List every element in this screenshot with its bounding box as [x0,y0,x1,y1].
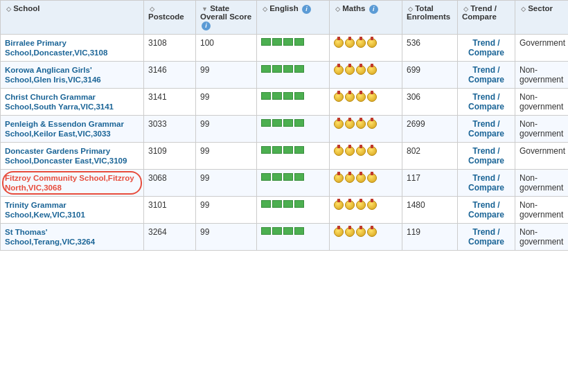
english-cell [257,224,330,251]
school-name[interactable]: St Thomas' School,Terang,VIC,3264 [5,228,95,246]
info-icon-english[interactable]: i [302,5,311,14]
medal [345,200,355,210]
maths-cell [330,197,402,224]
medal [367,92,377,102]
maths-medals [334,173,398,183]
school-name[interactable]: Korowa Anglican Girls' School,Glen Iris,… [5,66,101,84]
flag-green [283,146,293,154]
col-label-school: School [13,4,39,12]
flag-green [294,146,304,154]
school-cell: Korowa Anglican Girls' School,Glen Iris,… [1,62,144,89]
trend-cell[interactable]: Trend / Compare [458,89,515,116]
col-header-english[interactable]: ◇ English i [257,1,330,35]
sort-icon-trend: ◇ [463,6,468,12]
medal [367,173,377,183]
sort-icon-enrolments: ◇ [408,6,413,12]
postcode-cell: 3033 [144,116,196,143]
col-header-score[interactable]: ▼ State Overall Score i [196,1,257,35]
school-name[interactable]: Birralee Primary School,Doncaster,VIC,31… [5,39,107,57]
flag-green [283,92,293,100]
medal [334,227,344,237]
flag-green [272,173,282,181]
maths-medals [334,227,398,237]
medal [334,65,344,75]
school-name[interactable]: Trinity Grammar School,Kew,VIC,3101 [5,201,85,219]
medal [356,173,366,183]
table-row: Penleigh & Essendon Grammar School,Keilo… [1,116,569,143]
english-cell [257,143,330,170]
trend-cell[interactable]: Trend / Compare [458,170,515,197]
medal [334,92,344,102]
medal [345,146,355,156]
enrolments-cell: 119 [402,224,458,251]
col-header-enrolments[interactable]: ◇ Total Enrolments [402,1,458,35]
postcode-cell: 3108 [144,35,196,62]
medal [345,38,355,48]
score-cell: 99 [196,224,257,251]
medal [367,38,377,48]
table-header: ◇ School ◇ Postcode ▼ State Overall Scor… [1,1,569,35]
flag-green [283,119,293,127]
trend-cell[interactable]: Trend / Compare [458,143,515,170]
sector-cell: Government [515,143,569,170]
info-icon-score[interactable]: i [202,21,211,30]
english-cell [257,89,330,116]
sort-icon-maths: ◇ [335,6,340,12]
english-flags [261,92,325,100]
english-flags [261,146,325,154]
table-body: Birralee Primary School,Doncaster,VIC,31… [1,35,569,251]
score-cell: 99 [196,197,257,224]
school-cell: Trinity Grammar School,Kew,VIC,3101 [1,197,144,224]
maths-medals [334,38,398,48]
flag-green [283,38,293,46]
flag-green [261,146,271,154]
table-row: Fitzroy Community School,Fitzroy North,V… [1,170,569,197]
col-header-school[interactable]: ◇ School [1,1,144,35]
score-cell: 99 [196,116,257,143]
medal [356,146,366,156]
english-cell [257,170,330,197]
medal [334,200,344,210]
info-icon-maths[interactable]: i [369,5,378,14]
school-name[interactable]: Doncaster Gardens Primary School,Doncast… [5,147,127,165]
school-cell: Penleigh & Essendon Grammar School,Keilo… [1,116,144,143]
medal [367,200,377,210]
flag-green [272,200,282,208]
col-header-maths[interactable]: ◇ Maths i [330,1,402,35]
medal [367,65,377,75]
flag-green [272,65,282,73]
school-name[interactable]: Christ Church Grammar School,South Yarra… [5,93,114,111]
maths-cell [330,224,402,251]
trend-cell[interactable]: Trend / Compare [458,197,515,224]
col-header-trend[interactable]: ◇ Trend / Compare [458,1,515,35]
trend-cell[interactable]: Trend / Compare [458,62,515,89]
medal [367,146,377,156]
sector-cell: Non-government [515,170,569,197]
english-flags [261,173,325,181]
flag-green [294,119,304,127]
flag-green [272,38,282,46]
trend-cell[interactable]: Trend / Compare [458,35,515,62]
trend-cell[interactable]: Trend / Compare [458,224,515,251]
sort-icon-english: ◇ [263,6,267,12]
school-name[interactable]: Penleigh & Essendon Grammar School,Keilo… [5,120,124,138]
school-name[interactable]: Fitzroy Community School,Fitzroy North,V… [5,174,134,192]
medal [345,173,355,183]
sort-icon-sector: ◇ [521,6,526,12]
enrolments-cell: 2699 [402,116,458,143]
table-row: Christ Church Grammar School,South Yarra… [1,89,569,116]
enrolments-cell: 536 [402,35,458,62]
medal [356,200,366,210]
flag-green [294,65,304,73]
english-cell [257,116,330,143]
medal [345,65,355,75]
score-cell: 99 [196,62,257,89]
trend-cell[interactable]: Trend / Compare [458,116,515,143]
flag-green [283,173,293,181]
maths-cell [330,116,402,143]
col-header-sector[interactable]: ◇ Sector [515,1,569,35]
maths-medals [334,146,398,156]
col-header-postcode[interactable]: ◇ Postcode [144,1,196,35]
school-cell: Christ Church Grammar School,South Yarra… [1,89,144,116]
score-cell: 100 [196,35,257,62]
